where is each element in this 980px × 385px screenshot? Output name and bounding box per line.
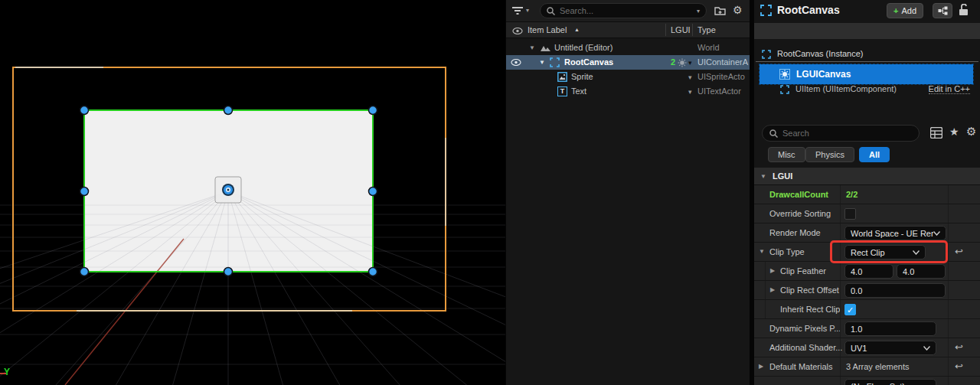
viewport[interactable]: Y xyxy=(0,0,505,385)
text-row-label: Text xyxy=(571,86,586,96)
world-outliner-panel: ▾ Search... ▾ ⚙ Item Label ▲ LGUI xyxy=(506,0,750,385)
visibility-eye-icon[interactable] xyxy=(511,59,521,66)
uiitem-icon xyxy=(780,85,789,94)
details-panel: RootCanvas + Add RootCanvas (Instance) xyxy=(754,0,980,385)
prop-dynamic-pixels: Dynamic Pixels P... xyxy=(754,319,980,338)
outliner-settings-gear-icon[interactable]: ⚙ xyxy=(733,4,743,16)
mobility-dropdown-icon[interactable]: ▾ xyxy=(688,73,692,81)
clip-feather-x-input[interactable] xyxy=(844,264,893,279)
details-title-bar: RootCanvas + Add xyxy=(754,0,980,21)
inherit-rect-clip-checkbox[interactable]: ✓ xyxy=(844,304,856,315)
render-mode-dropdown[interactable]: World Space - UE Rer xyxy=(844,226,946,240)
search-options-chevron-icon[interactable]: ▾ xyxy=(697,8,700,15)
uiitem-row-label: UIItem (UIItemComponent) xyxy=(795,84,897,93)
sprite-icon xyxy=(557,72,567,82)
reset-to-default-icon[interactable]: ↩ xyxy=(955,361,963,372)
flags-dropdown[interactable]: (No Flags Set) xyxy=(844,379,936,385)
chevron-down-icon xyxy=(923,346,930,351)
outliner-column-header: Item Label ▲ LGUI Type xyxy=(506,21,750,38)
prop-drawcallcount: DrawcallCount 2/2 xyxy=(754,185,980,204)
lguicanvas-sun-icon xyxy=(779,69,790,80)
prop-clip-rect-offset: ▶ Clip Rect Offset xyxy=(754,281,980,300)
lgui-canvas-sun-icon xyxy=(678,58,687,67)
drawcallcount-value: 2/2 xyxy=(846,190,858,199)
property-list: DrawcallCount 2/2 Override Sorting Rende… xyxy=(754,185,980,385)
default-materials-value: 3 Array elements xyxy=(846,362,910,371)
clip-type-expander-icon[interactable]: ▼ xyxy=(759,248,765,255)
world-icon xyxy=(541,44,550,52)
prop-clip-type: ▼ Clip Type Rect Clip ↩ xyxy=(754,243,980,262)
clip-feather-expander-icon[interactable]: ▶ xyxy=(770,267,775,274)
browse-blueprint-button[interactable] xyxy=(933,3,952,18)
default-materials-expander-icon[interactable]: ▶ xyxy=(759,363,763,370)
lgui-section-label: LGUI xyxy=(773,171,792,181)
add-component-button[interactable]: + Add xyxy=(887,3,923,18)
filter-icon[interactable] xyxy=(512,6,523,15)
y-axis-label: Y xyxy=(4,367,10,377)
expander-icon[interactable]: ▼ xyxy=(539,59,545,66)
filter-chevron-icon[interactable]: ▾ xyxy=(526,7,529,14)
outliner-search-placeholder: Search... xyxy=(560,6,697,15)
ui-container-icon xyxy=(550,57,560,67)
mobility-dropdown-icon[interactable]: ▾ xyxy=(688,59,692,67)
filter-misc[interactable]: Misc xyxy=(768,147,805,162)
uiitem-component-row[interactable]: UIItem (UIItemComponent) Edit in C++ xyxy=(754,41,980,59)
outliner-row-world[interactable]: ▼ Untitled (Editor) World xyxy=(506,41,750,55)
expander-icon[interactable]: ▼ xyxy=(529,44,535,51)
favorites-star-icon[interactable]: ★ xyxy=(949,126,959,138)
rootcanvas-row-type: UIContainerA xyxy=(697,57,750,67)
prop-partial-row: (No Flags Set) xyxy=(754,377,980,385)
instance-row[interactable]: RootCanvas (Instance) xyxy=(754,23,980,39)
sort-ascending-icon[interactable]: ▲ xyxy=(574,27,580,32)
filter-physics[interactable]: Physics xyxy=(805,147,854,162)
clip-type-dropdown[interactable]: Rect Clip xyxy=(844,245,926,259)
prop-inherit-rect-clip: Inherit Rect Clip ✓ xyxy=(754,300,980,319)
prop-additional-shader: Additional Shader... UV1 ↩ xyxy=(754,338,980,357)
chevron-down-icon xyxy=(913,250,920,255)
sprite-row-label: Sprite xyxy=(571,72,593,81)
editor-window: Y ▾ Search... ▾ ⚙ I xyxy=(0,0,980,385)
text-actor-icon: T xyxy=(557,86,567,96)
drawcall-count-badge: 2 xyxy=(671,57,675,67)
world-row-label: Untitled (Editor) xyxy=(554,43,612,52)
outliner-row-text[interactable]: T Text ▾ UITextActor xyxy=(506,84,750,99)
clip-rect-offset-expander-icon[interactable]: ▶ xyxy=(770,286,775,293)
filter-chips: Misc Physics All xyxy=(754,147,980,164)
search-icon xyxy=(769,129,778,138)
unlock-icon[interactable] xyxy=(959,4,969,16)
reset-to-default-icon[interactable]: ↩ xyxy=(955,341,963,353)
dynamic-pixels-input[interactable] xyxy=(844,321,936,336)
outliner-search-input[interactable]: Search... ▾ xyxy=(540,3,707,18)
lguicanvas-component-row[interactable]: LGUICanvas xyxy=(760,64,973,84)
world-row-type: World xyxy=(697,43,750,52)
details-title: RootCanvas xyxy=(777,4,840,16)
display-options-icon[interactable] xyxy=(930,127,942,139)
reset-to-default-icon[interactable]: ↩ xyxy=(955,246,963,257)
chevron-down-icon xyxy=(933,231,940,236)
clip-feather-y-input[interactable] xyxy=(897,264,946,279)
override-sorting-checkbox[interactable] xyxy=(844,208,856,220)
edit-in-cpp-link[interactable]: Edit in C++ xyxy=(929,84,970,94)
details-search-placeholder: Search xyxy=(782,129,912,138)
column-item-label[interactable]: Item Label xyxy=(528,25,567,34)
search-icon xyxy=(547,7,555,15)
clip-rect-offset-input[interactable] xyxy=(844,283,946,298)
column-type[interactable]: Type xyxy=(697,25,716,34)
mobility-dropdown-icon[interactable]: ▾ xyxy=(688,88,692,96)
details-settings-gear-icon[interactable]: ⚙ xyxy=(966,125,976,139)
text-row-type: UITextActor xyxy=(697,86,750,96)
prop-override-sorting: Override Sorting xyxy=(754,204,980,223)
filter-all[interactable]: All xyxy=(859,147,890,162)
lgui-section-header[interactable]: ▼ LGUI xyxy=(754,168,980,185)
additional-shader-dropdown[interactable]: UV1 xyxy=(844,341,936,355)
outliner-row-rootcanvas[interactable]: ▼ RootCanvas 2 ▾ UIContainerA xyxy=(506,55,750,70)
prop-render-mode: Render Mode World Space - UE Rer xyxy=(754,223,980,243)
details-search-input[interactable]: Search xyxy=(762,125,920,142)
outliner-row-sprite[interactable]: Sprite ▾ UISpriteActo xyxy=(506,70,750,84)
rootcanvas-row-label: RootCanvas xyxy=(564,57,613,67)
prop-clip-feather: ▶ Clip Feather xyxy=(754,262,980,281)
column-lgui[interactable]: LGUI xyxy=(671,25,691,34)
sprite-row-type: UISpriteActo xyxy=(697,72,750,81)
new-folder-icon[interactable] xyxy=(714,5,726,15)
anchor-gizmo[interactable] xyxy=(215,177,241,203)
